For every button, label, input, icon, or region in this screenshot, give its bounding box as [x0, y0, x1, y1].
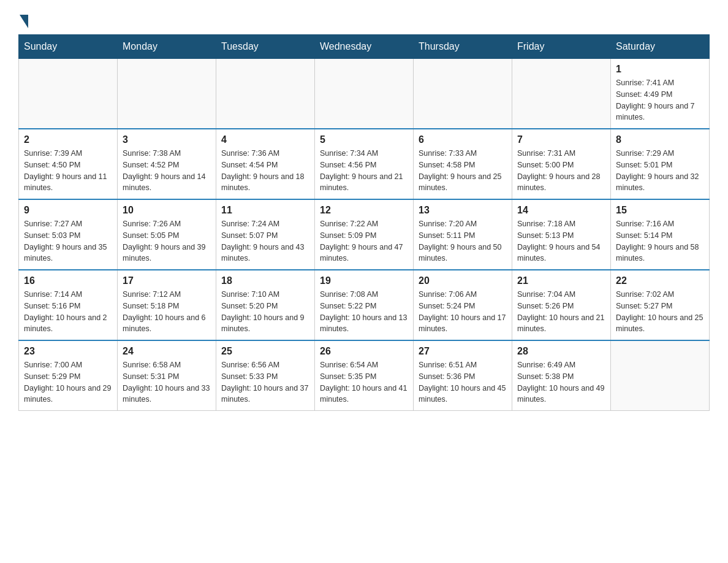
calendar-day-cell: 20Sunrise: 7:06 AMSunset: 5:24 PMDayligh…	[414, 270, 512, 340]
calendar-day-cell: 10Sunrise: 7:26 AMSunset: 5:05 PMDayligh…	[118, 199, 216, 270]
day-number: 10	[123, 205, 211, 216]
day-info: Sunrise: 6:56 AMSunset: 5:33 PMDaylight:…	[221, 359, 309, 405]
day-info: Sunrise: 7:33 AMSunset: 4:58 PMDaylight:…	[419, 148, 507, 194]
calendar-day-cell: 23Sunrise: 7:00 AMSunset: 5:29 PMDayligh…	[19, 340, 118, 411]
day-info: Sunrise: 7:41 AMSunset: 4:49 PMDaylight:…	[616, 77, 704, 123]
day-number: 21	[517, 275, 605, 286]
day-info: Sunrise: 7:38 AMSunset: 4:52 PMDaylight:…	[123, 148, 211, 194]
day-info: Sunrise: 7:04 AMSunset: 5:26 PMDaylight:…	[517, 289, 605, 335]
day-number: 20	[419, 275, 507, 286]
day-info: Sunrise: 7:06 AMSunset: 5:24 PMDaylight:…	[419, 289, 507, 335]
calendar-day-cell	[414, 59, 512, 129]
day-info: Sunrise: 7:18 AMSunset: 5:13 PMDaylight:…	[517, 218, 605, 264]
day-info: Sunrise: 6:54 AMSunset: 5:35 PMDaylight:…	[320, 359, 408, 405]
day-of-week-header: Friday	[512, 35, 611, 59]
day-of-week-header: Wednesday	[315, 35, 414, 59]
day-number: 5	[320, 134, 408, 145]
day-number: 27	[419, 346, 507, 357]
calendar-day-cell	[19, 59, 118, 129]
day-number: 16	[24, 275, 112, 286]
day-info: Sunrise: 7:24 AMSunset: 5:07 PMDaylight:…	[221, 218, 309, 264]
calendar-day-cell: 18Sunrise: 7:10 AMSunset: 5:20 PMDayligh…	[216, 270, 315, 340]
calendar-day-cell: 27Sunrise: 6:51 AMSunset: 5:36 PMDayligh…	[414, 340, 512, 411]
calendar-day-cell: 26Sunrise: 6:54 AMSunset: 5:35 PMDayligh…	[315, 340, 414, 411]
logo	[18, 12, 28, 28]
day-info: Sunrise: 6:51 AMSunset: 5:36 PMDaylight:…	[419, 359, 507, 405]
calendar-day-cell: 9Sunrise: 7:27 AMSunset: 5:03 PMDaylight…	[19, 199, 118, 270]
calendar-day-cell: 14Sunrise: 7:18 AMSunset: 5:13 PMDayligh…	[512, 199, 611, 270]
day-info: Sunrise: 7:36 AMSunset: 4:54 PMDaylight:…	[221, 148, 309, 194]
day-number: 23	[24, 346, 112, 357]
calendar-day-cell: 6Sunrise: 7:33 AMSunset: 4:58 PMDaylight…	[414, 129, 512, 199]
calendar-week-row: 23Sunrise: 7:00 AMSunset: 5:29 PMDayligh…	[19, 340, 710, 411]
day-of-week-header: Sunday	[19, 35, 118, 59]
calendar-day-cell: 25Sunrise: 6:56 AMSunset: 5:33 PMDayligh…	[216, 340, 315, 411]
day-info: Sunrise: 6:58 AMSunset: 5:31 PMDaylight:…	[123, 359, 211, 405]
calendar-week-row: 1Sunrise: 7:41 AMSunset: 4:49 PMDaylight…	[19, 59, 710, 129]
day-number: 4	[221, 134, 309, 145]
day-number: 1	[616, 64, 704, 75]
calendar-day-cell	[611, 340, 710, 411]
day-info: Sunrise: 7:08 AMSunset: 5:22 PMDaylight:…	[320, 289, 408, 335]
calendar-day-cell	[512, 59, 611, 129]
day-info: Sunrise: 7:12 AMSunset: 5:18 PMDaylight:…	[123, 289, 211, 335]
calendar-day-cell: 16Sunrise: 7:14 AMSunset: 5:16 PMDayligh…	[19, 270, 118, 340]
calendar-day-cell	[216, 59, 315, 129]
day-number: 9	[24, 205, 112, 216]
calendar-day-cell: 8Sunrise: 7:29 AMSunset: 5:01 PMDaylight…	[611, 129, 710, 199]
day-info: Sunrise: 7:16 AMSunset: 5:14 PMDaylight:…	[616, 218, 704, 264]
day-number: 2	[24, 134, 112, 145]
day-info: Sunrise: 7:10 AMSunset: 5:20 PMDaylight:…	[221, 289, 309, 335]
calendar-day-cell: 2Sunrise: 7:39 AMSunset: 4:50 PMDaylight…	[19, 129, 118, 199]
calendar-day-cell: 1Sunrise: 7:41 AMSunset: 4:49 PMDaylight…	[611, 59, 710, 129]
day-number: 22	[616, 275, 704, 286]
calendar-day-cell: 15Sunrise: 7:16 AMSunset: 5:14 PMDayligh…	[611, 199, 710, 270]
day-number: 13	[419, 205, 507, 216]
day-info: Sunrise: 7:20 AMSunset: 5:11 PMDaylight:…	[419, 218, 507, 264]
day-number: 25	[221, 346, 309, 357]
day-of-week-header: Monday	[118, 35, 216, 59]
calendar-day-cell: 24Sunrise: 6:58 AMSunset: 5:31 PMDayligh…	[118, 340, 216, 411]
day-number: 6	[419, 134, 507, 145]
calendar-header-row: SundayMondayTuesdayWednesdayThursdayFrid…	[19, 35, 710, 59]
day-number: 18	[221, 275, 309, 286]
day-number: 15	[616, 205, 704, 216]
calendar-day-cell: 28Sunrise: 6:49 AMSunset: 5:38 PMDayligh…	[512, 340, 611, 411]
calendar-week-row: 2Sunrise: 7:39 AMSunset: 4:50 PMDaylight…	[19, 129, 710, 199]
day-number: 24	[123, 346, 211, 357]
calendar-day-cell: 19Sunrise: 7:08 AMSunset: 5:22 PMDayligh…	[315, 270, 414, 340]
calendar-day-cell: 7Sunrise: 7:31 AMSunset: 5:00 PMDaylight…	[512, 129, 611, 199]
day-info: Sunrise: 7:22 AMSunset: 5:09 PMDaylight:…	[320, 218, 408, 264]
day-info: Sunrise: 7:39 AMSunset: 4:50 PMDaylight:…	[24, 148, 112, 194]
day-number: 17	[123, 275, 211, 286]
day-info: Sunrise: 7:00 AMSunset: 5:29 PMDaylight:…	[24, 359, 112, 405]
calendar-day-cell: 5Sunrise: 7:34 AMSunset: 4:56 PMDaylight…	[315, 129, 414, 199]
day-info: Sunrise: 7:14 AMSunset: 5:16 PMDaylight:…	[24, 289, 112, 335]
day-info: Sunrise: 6:49 AMSunset: 5:38 PMDaylight:…	[517, 359, 605, 405]
calendar-day-cell: 21Sunrise: 7:04 AMSunset: 5:26 PMDayligh…	[512, 270, 611, 340]
calendar-table: SundayMondayTuesdayWednesdayThursdayFrid…	[18, 34, 710, 411]
day-number: 8	[616, 134, 704, 145]
day-info: Sunrise: 7:34 AMSunset: 4:56 PMDaylight:…	[320, 148, 408, 194]
day-number: 28	[517, 346, 605, 357]
day-info: Sunrise: 7:26 AMSunset: 5:05 PMDaylight:…	[123, 218, 211, 264]
day-of-week-header: Thursday	[414, 35, 512, 59]
day-number: 12	[320, 205, 408, 216]
page-header	[18, 12, 710, 28]
day-info: Sunrise: 7:02 AMSunset: 5:27 PMDaylight:…	[616, 289, 704, 335]
calendar-day-cell: 12Sunrise: 7:22 AMSunset: 5:09 PMDayligh…	[315, 199, 414, 270]
calendar-day-cell	[118, 59, 216, 129]
day-number: 26	[320, 346, 408, 357]
calendar-day-cell: 17Sunrise: 7:12 AMSunset: 5:18 PMDayligh…	[118, 270, 216, 340]
day-of-week-header: Saturday	[611, 35, 710, 59]
day-info: Sunrise: 7:31 AMSunset: 5:00 PMDaylight:…	[517, 148, 605, 194]
calendar-day-cell: 3Sunrise: 7:38 AMSunset: 4:52 PMDaylight…	[118, 129, 216, 199]
day-number: 14	[517, 205, 605, 216]
calendar-day-cell: 4Sunrise: 7:36 AMSunset: 4:54 PMDaylight…	[216, 129, 315, 199]
day-of-week-header: Tuesday	[216, 35, 315, 59]
day-number: 3	[123, 134, 211, 145]
calendar-week-row: 16Sunrise: 7:14 AMSunset: 5:16 PMDayligh…	[19, 270, 710, 340]
day-number: 19	[320, 275, 408, 286]
day-info: Sunrise: 7:27 AMSunset: 5:03 PMDaylight:…	[24, 218, 112, 264]
calendar-day-cell: 13Sunrise: 7:20 AMSunset: 5:11 PMDayligh…	[414, 199, 512, 270]
